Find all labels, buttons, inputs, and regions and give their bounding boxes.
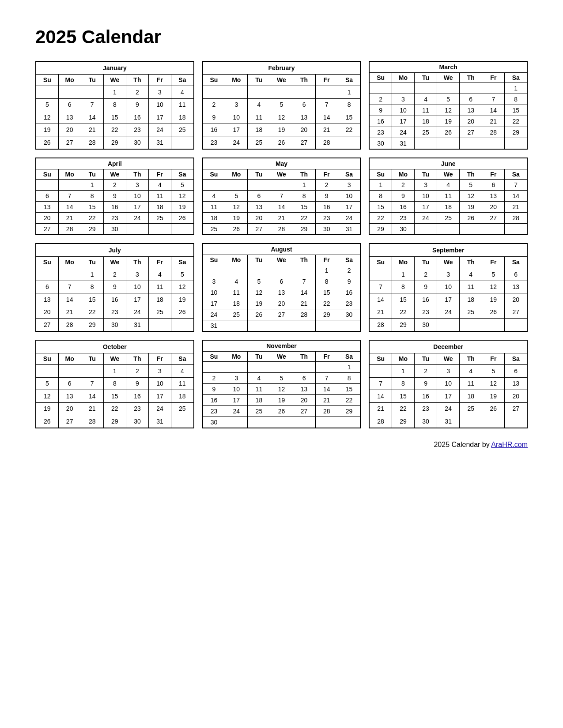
day-header-su: Su xyxy=(203,169,225,180)
day-header-tu: Tu xyxy=(415,73,437,83)
day-cell: 1 xyxy=(369,180,392,191)
day-cell: 11 xyxy=(437,191,460,202)
day-cell: 2 xyxy=(415,364,437,377)
day-cell: 27 xyxy=(58,415,81,428)
day-cell: 29 xyxy=(505,127,527,138)
day-cell: 25 xyxy=(148,213,171,224)
empty-cell xyxy=(437,138,460,150)
day-cell: 23 xyxy=(415,402,437,415)
day-cell: 24 xyxy=(225,406,248,417)
day-header-we: We xyxy=(270,74,293,86)
day-header-we: We xyxy=(270,255,293,265)
day-cell: 6 xyxy=(482,180,505,191)
day-cell: 9 xyxy=(369,105,392,116)
day-cell: 13 xyxy=(58,390,81,403)
day-cell: 27 xyxy=(505,402,527,415)
day-cell: 20 xyxy=(58,124,81,136)
table-row: 12345 xyxy=(36,180,194,191)
table-row: 1 xyxy=(203,86,361,98)
day-cell: 2 xyxy=(415,268,437,281)
day-cell: 22 xyxy=(81,213,103,224)
month-table-july: JulySuMoTuWeThFrSa1234567891011121314151… xyxy=(35,243,194,332)
empty-cell xyxy=(437,224,460,235)
calendar-grid: JanuarySuMoTuWeThFrSa1234567891011121314… xyxy=(35,61,528,428)
day-cell: 9 xyxy=(415,281,437,293)
day-cell: 26 xyxy=(248,309,270,320)
day-cell: 9 xyxy=(103,191,126,202)
table-row: 17181920212223 xyxy=(203,298,361,309)
day-cell: 28 xyxy=(58,319,81,331)
day-cell: 7 xyxy=(369,281,392,293)
day-cell: 19 xyxy=(482,390,505,403)
footer-link[interactable]: AraHR.com xyxy=(491,441,528,448)
day-cell: 18 xyxy=(415,116,437,127)
day-cell: 4 xyxy=(460,364,482,377)
empty-cell xyxy=(293,265,315,276)
table-row: 14151617181920 xyxy=(369,390,527,403)
day-cell: 2 xyxy=(103,180,126,191)
day-cell: 9 xyxy=(103,281,126,293)
empty-cell xyxy=(293,362,315,373)
day-cell: 23 xyxy=(392,213,414,224)
table-row: 27282930 xyxy=(36,224,194,235)
day-cell: 22 xyxy=(392,306,414,319)
day-cell: 3 xyxy=(203,276,225,287)
table-row: 2728293031 xyxy=(36,319,194,331)
day-cell: 5 xyxy=(270,373,293,384)
empty-cell xyxy=(248,320,270,332)
day-cell: 10 xyxy=(225,384,248,395)
empty-cell xyxy=(392,83,414,94)
day-cell: 20 xyxy=(505,293,527,306)
empty-cell xyxy=(225,320,248,332)
day-cell: 21 xyxy=(81,124,103,136)
day-cell: 23 xyxy=(126,402,148,415)
table-row: 15161718192021 xyxy=(369,202,527,213)
month-title-july: July xyxy=(36,244,194,256)
day-header-mo: Mo xyxy=(58,256,81,268)
day-header-tu: Tu xyxy=(415,256,437,268)
day-cell: 3 xyxy=(437,268,460,281)
table-row: 123456 xyxy=(369,268,527,281)
month-table-june: JuneSuMoTuWeThFrSa1234567891011121314151… xyxy=(369,158,528,235)
day-cell: 17 xyxy=(225,395,248,406)
day-header-sa: Sa xyxy=(505,73,527,83)
empty-cell xyxy=(203,86,225,98)
day-cell: 16 xyxy=(369,116,392,127)
day-cell: 12 xyxy=(437,105,460,116)
day-header-fr: Fr xyxy=(148,256,171,268)
empty-cell xyxy=(505,224,527,235)
day-cell: 31 xyxy=(392,138,414,150)
day-cell: 27 xyxy=(36,319,58,331)
month-table-february: FebruarySuMoTuWeThFrSa123456789101112131… xyxy=(202,61,361,150)
day-cell: 17 xyxy=(225,124,248,136)
day-cell: 13 xyxy=(460,105,482,116)
day-cell: 24 xyxy=(415,213,437,224)
table-row: 16171819202122 xyxy=(203,124,361,136)
table-row: 20212223242526 xyxy=(36,213,194,224)
day-header-th: Th xyxy=(293,255,315,265)
table-row: 25262728293031 xyxy=(203,224,361,235)
day-header-fr: Fr xyxy=(482,73,505,83)
day-cell: 16 xyxy=(103,293,126,306)
day-cell: 10 xyxy=(437,377,460,390)
empty-cell xyxy=(293,320,315,332)
day-cell: 24 xyxy=(148,402,171,415)
day-cell: 13 xyxy=(58,111,81,124)
day-cell: 19 xyxy=(248,298,270,309)
empty-cell xyxy=(338,136,360,149)
empty-cell xyxy=(36,364,58,377)
day-cell: 5 xyxy=(225,191,248,202)
day-cell: 14 xyxy=(369,390,392,403)
day-cell: 22 xyxy=(505,116,527,127)
empty-cell xyxy=(248,362,270,373)
day-cell: 10 xyxy=(126,281,148,293)
day-header-sa: Sa xyxy=(171,74,194,86)
day-cell: 30 xyxy=(415,319,437,331)
day-cell: 23 xyxy=(203,406,225,417)
day-cell: 23 xyxy=(369,127,392,138)
day-header-su: Su xyxy=(203,255,225,265)
day-cell: 21 xyxy=(315,124,338,136)
day-cell: 22 xyxy=(369,213,392,224)
day-cell: 31 xyxy=(126,319,148,331)
day-cell: 28 xyxy=(315,406,338,417)
